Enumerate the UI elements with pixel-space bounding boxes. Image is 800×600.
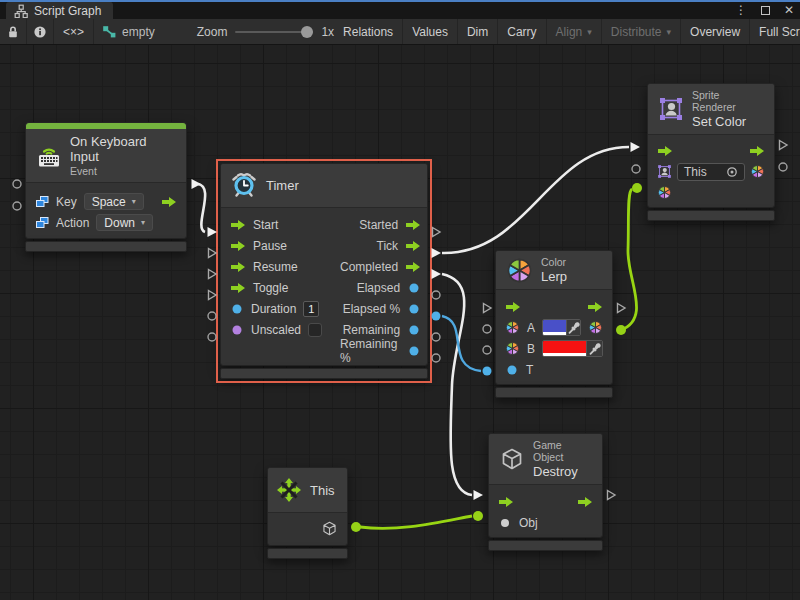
align-button[interactable]: Align▾ [547, 19, 602, 44]
window-menu-icon[interactable]: ⋮ [735, 2, 747, 18]
zoom-slider[interactable] [235, 31, 313, 33]
node-footer[interactable] [647, 210, 775, 221]
port-timer-resume-in[interactable] [205, 267, 219, 281]
full-screen-button[interactable]: Full Screen [750, 19, 800, 44]
wire-this-to-destroy-obj[interactable] [360, 516, 472, 528]
node-footer[interactable] [495, 387, 613, 398]
port-setcolor-target-in[interactable] [629, 162, 643, 176]
sprite-renderer-port-icon [657, 164, 672, 179]
color-b-swatch[interactable] [542, 340, 603, 357]
port-destroy-flow-out[interactable] [604, 488, 618, 502]
port-timer-toggle-in[interactable] [205, 288, 219, 302]
carry-button[interactable]: Carry [498, 19, 546, 44]
port-destroy-obj-in[interactable] [471, 509, 485, 523]
eyedropper-icon[interactable] [566, 320, 580, 335]
port-lerp-flow-in[interactable] [480, 301, 494, 315]
color-a-swatch[interactable] [542, 319, 581, 336]
action-dropdown[interactable]: Down▾ [96, 214, 153, 231]
port-timer-completed-out[interactable] [429, 267, 443, 281]
port-row-b: B [496, 338, 612, 359]
port-timer-elapsed-pct-out[interactable] [429, 309, 443, 323]
port-row-key: Key Space▾ [26, 191, 186, 212]
flow-in-arrow-icon [230, 261, 246, 273]
port-timer-started-out[interactable] [429, 225, 443, 239]
lock-button[interactable] [0, 19, 27, 44]
node-footer[interactable] [25, 241, 187, 252]
values-button[interactable]: Values [403, 19, 458, 44]
node-set-color[interactable]: Sprite Renderer Set Color This [647, 83, 775, 221]
port-setcolor-flow-out[interactable] [776, 138, 790, 152]
wire-elapsedpct-to-lerp-t[interactable] [442, 316, 481, 371]
node-footer[interactable] [267, 548, 348, 559]
port-timer-remaining-pct-out[interactable] [429, 351, 443, 365]
wire-tick-to-setcolor[interactable] [442, 147, 629, 253]
port-row-remaining-pct: Remaining % [331, 340, 428, 361]
dropdown-caret-icon: ▾ [141, 218, 145, 227]
node-this[interactable]: This [267, 467, 348, 559]
dropdown-caret-icon: ▾ [587, 27, 592, 37]
window-maximize-icon[interactable] [761, 6, 770, 15]
target-object-field[interactable]: This [677, 163, 745, 181]
port-timer-start-in[interactable] [205, 225, 219, 239]
unscaled-checkbox[interactable] [308, 323, 322, 337]
key-dropdown[interactable]: Space▾ [84, 193, 144, 210]
window-close-icon[interactable]: ✕ [784, 2, 794, 18]
distribute-button[interactable]: Distribute▾ [602, 19, 681, 44]
color-out-port-icon [588, 320, 603, 335]
port-timer-elapsed-out[interactable] [429, 288, 443, 302]
dim-button[interactable]: Dim [458, 19, 498, 44]
port-lerp-a-in[interactable] [480, 322, 494, 336]
zoom-label: Zoom [197, 25, 228, 39]
object-picker-icon[interactable] [726, 166, 738, 178]
node-color-lerp[interactable]: Color Lerp A [495, 250, 613, 398]
port-row-obj: Obj [489, 512, 602, 533]
port-timer-duration-in[interactable] [205, 309, 219, 323]
port-setcolor-color-out[interactable] [776, 160, 790, 174]
node-destroy[interactable]: Game Object Destroy Obj [488, 433, 603, 551]
node-subtitle: Event [70, 165, 176, 177]
node-title: Destroy [533, 464, 592, 479]
port-lerp-color-out[interactable] [614, 323, 628, 337]
graph-canvas[interactable]: On Keyboard Input Event Key Space▾ Actio… [0, 45, 800, 600]
port-lerp-t-in[interactable] [480, 364, 494, 378]
port-lerp-flow-out[interactable] [614, 301, 628, 315]
port-row-action: Action Down▾ [26, 212, 186, 233]
zoom-value: 1x [321, 25, 334, 39]
eyedropper-icon[interactable] [586, 341, 602, 356]
overview-button[interactable]: Overview [681, 19, 750, 44]
node-footer[interactable] [220, 368, 428, 379]
port-row-start: Start [221, 214, 331, 235]
node-on-keyboard-input[interactable]: On Keyboard Input Event Key Space▾ Actio… [25, 122, 187, 252]
port-setcolor-flow-in[interactable] [628, 140, 642, 154]
port-timer-pause-in[interactable] [205, 246, 219, 260]
relations-button[interactable]: Relations [334, 19, 403, 44]
duration-input[interactable]: 1 [303, 301, 319, 317]
node-title: This [310, 483, 335, 498]
port-row-elapsed: Elapsed [331, 277, 428, 298]
port-setcolor-color-in[interactable] [630, 181, 644, 195]
tab-script-graph[interactable]: Script Graph [6, 2, 113, 19]
port-timer-remaining-out[interactable] [429, 330, 443, 344]
port-keyboard-trigger-out[interactable] [189, 177, 203, 191]
info-button[interactable] [27, 19, 54, 44]
port-row-self-out [268, 518, 347, 539]
node-footer[interactable] [488, 540, 603, 551]
graph-tree-icon [14, 4, 28, 18]
flow-in-arrow-icon [498, 496, 514, 508]
zoom-control: Zoom 1x [197, 19, 334, 44]
port-keyboard-key-in[interactable] [10, 177, 24, 191]
port-keyboard-action-in[interactable] [10, 199, 24, 213]
window-focus-line [0, 0, 800, 2]
port-row-t: T [496, 359, 612, 380]
port-timer-unscaled-in[interactable] [205, 330, 219, 344]
zoom-slider-knob[interactable] [301, 26, 313, 38]
port-this-self-out[interactable] [349, 520, 363, 534]
port-lerp-b-in[interactable] [480, 343, 494, 357]
code-view-button[interactable]: <×> [54, 19, 94, 44]
flow-out-arrow-icon [405, 240, 421, 252]
port-timer-tick-out[interactable] [429, 246, 443, 260]
port-destroy-flow-in[interactable] [471, 488, 485, 502]
node-timer[interactable]: Timer Start Pause [220, 163, 428, 379]
graph-reference[interactable]: empty [94, 19, 163, 44]
wire-completed-to-destroy[interactable] [442, 274, 472, 495]
